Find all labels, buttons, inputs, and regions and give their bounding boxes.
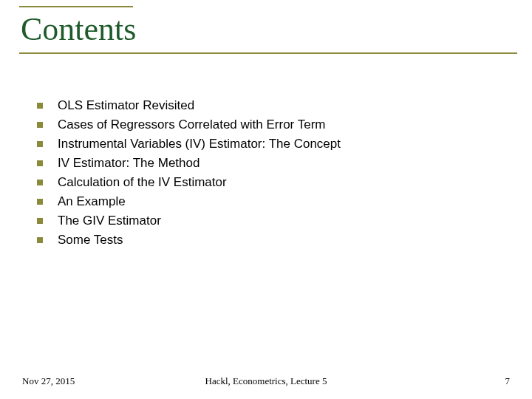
list-item: Some Tests <box>37 231 502 250</box>
square-bullet-icon <box>37 103 43 109</box>
list-item: IV Estimator: The Method <box>37 154 502 173</box>
list-item-label: Cases of Regressors Correlated with Erro… <box>58 117 325 132</box>
list-item-label: Instrumental Variables (IV) Estimator: T… <box>58 137 341 151</box>
square-bullet-icon <box>37 180 43 185</box>
list-item: Calculation of the IV Estimator <box>37 173 502 192</box>
square-bullet-icon <box>37 237 43 243</box>
list-item-label: OLS Estimator Revisited <box>58 98 194 112</box>
list-item: An Example <box>37 192 502 211</box>
list-item-label: An Example <box>58 194 126 208</box>
page-title: Contents <box>21 10 517 48</box>
title-block: Contents <box>21 6 517 54</box>
footer-center: Hackl, Econometrics, Lecture 5 <box>22 375 510 387</box>
title-rule-bottom <box>19 52 517 54</box>
list-item-label: Some Tests <box>58 233 123 247</box>
content-area: OLS Estimator Revisited Cases of Regress… <box>37 96 502 250</box>
list-item-label: Calculation of the IV Estimator <box>58 175 227 189</box>
square-bullet-icon <box>37 122 43 128</box>
list-item: OLS Estimator Revisited <box>37 96 502 115</box>
list-item: Cases of Regressors Correlated with Erro… <box>37 115 502 134</box>
square-bullet-icon <box>37 160 43 166</box>
square-bullet-icon <box>37 218 43 224</box>
square-bullet-icon <box>37 141 43 147</box>
footer-page-number: 7 <box>505 375 511 387</box>
square-bullet-icon <box>37 199 43 205</box>
list-item: Instrumental Variables (IV) Estimator: T… <box>37 134 502 154</box>
bullet-list: OLS Estimator Revisited Cases of Regress… <box>37 96 502 250</box>
slide: Contents OLS Estimator Revisited Cases o… <box>0 0 532 399</box>
list-item-label: IV Estimator: The Method <box>58 156 200 170</box>
list-item: The GIV Estimator <box>37 211 502 231</box>
title-rule-top <box>19 6 133 7</box>
list-item-label: The GIV Estimator <box>58 214 161 228</box>
